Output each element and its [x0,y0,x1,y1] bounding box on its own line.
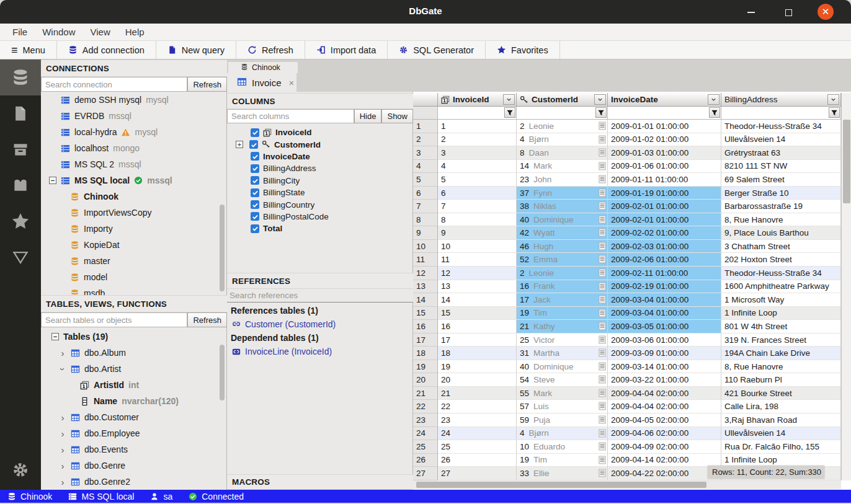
rail-history-icon[interactable] [0,167,41,203]
table-row[interactable]: 12122Leonie2009-02-11 01:00:00Theodor-He… [413,267,841,280]
grid-cell[interactable]: 33Ellie [517,467,608,480]
connection-item[interactable]: model [41,269,227,285]
grid-cell[interactable]: 20 [438,373,517,387]
chevron-icon[interactable]: › [59,477,66,487]
menu-item-file[interactable]: File [6,25,33,38]
grid-cell[interactable]: 2009-01-06 01:00:00 [608,160,721,174]
grid-cell[interactable]: 3 Chatham Street [721,240,841,254]
grid-cell[interactable]: 6 [438,187,517,200]
menu-item-help[interactable]: Help [119,25,151,38]
grid-cell[interactable]: Berger Straße 10 [721,187,841,200]
grid-cell[interactable]: 31Martha [517,347,608,360]
connection-item[interactable]: msdb [41,285,227,295]
grid-cell[interactable]: 2009-03-22 01:00:00 [608,373,721,387]
chevron-icon[interactable]: › [59,461,66,471]
checkbox[interactable] [251,128,259,137]
row-number[interactable]: 22 [413,400,438,413]
grid-cell[interactable]: 25Victor [517,334,608,347]
grid-cell[interactable]: 26 [438,454,517,467]
grid-cell[interactable]: 37Fynn [517,187,608,200]
grid-cell[interactable]: 2009-04-04 02:00:00 [608,387,721,400]
status-chinook[interactable]: Chinook [7,492,52,502]
grid-cell[interactable]: 25 [438,440,517,454]
row-number[interactable]: 4 [413,160,438,174]
rail-favorites-icon[interactable] [0,203,41,239]
grid-header-CustomerId[interactable]: CustomerId [517,93,608,107]
table-row[interactable]: 111152Emma2009-02-06 01:00:00202 Hoxton … [413,253,841,267]
grid-cell[interactable]: 2009-03-04 01:00:00 [608,293,721,307]
grid-cell[interactable]: Rua Dr. Falcão Filho, 155 [721,440,841,454]
table-row[interactable]: 222257Luis2009-04-04 02:00:00Calle Lira,… [413,400,841,413]
table-row[interactable]: 338Daan2009-01-03 01:00:00Grétrystraat 6… [413,146,841,160]
show-button[interactable]: Show [381,109,413,123]
tree-item[interactable]: ›dbo.Genre [41,458,227,474]
close-button[interactable]: ✕ [818,4,834,20]
grid-cell[interactable]: 54Steve [517,373,608,387]
collapse-icon[interactable]: − [49,177,56,184]
grid-cell[interactable]: Theodor-Heuss-Straße 34 [721,267,841,280]
checkbox[interactable] [251,164,259,173]
lookup-icon[interactable] [599,389,606,399]
grid-hscroll-thumb[interactable] [416,482,706,488]
lookup-icon[interactable] [599,282,606,293]
grid-filter-BillingAddress[interactable] [721,107,841,120]
lookup-icon[interactable] [599,309,606,319]
grid-cell[interactable]: 7 [438,200,517,213]
tab-group-chinook[interactable]: Chinook [228,62,298,73]
table-row[interactable]: 7738Niklas2009-02-01 01:00:00Barbarossas… [413,200,841,213]
grid-cell[interactable]: 10Eduardo [517,440,608,454]
status-ms-sql-local[interactable]: MS SQL local [68,492,134,502]
grid-cell[interactable]: 2009-04-06 02:00:00 [608,427,721,441]
reference-link[interactable]: InvoiceLine (InvoiceId) [227,345,413,358]
lookup-icon[interactable] [599,135,606,146]
grid-cell[interactable]: 17Jack [517,293,608,307]
row-number[interactable]: 8 [413,213,438,227]
grid-cell[interactable]: 19 [438,360,517,374]
grid-cell[interactable]: 2Leonie [517,120,608,133]
row-number[interactable]: 12 [413,267,438,280]
grid-cell[interactable]: 110 Raeburn Pl [721,373,841,387]
grid-cell[interactable]: 55Mark [517,387,608,400]
grid-cell[interactable]: 15 [438,307,517,321]
grid-cell[interactable]: 23John [517,173,608,187]
toolbar-favorites-button[interactable]: Favorites [486,41,560,59]
grid-cell[interactable]: 9, Place Louis Barthou [721,226,841,240]
table-row[interactable]: 161621Kathy2009-03-05 01:00:00801 W 4th … [413,320,841,334]
grid-header-BillingAddress[interactable]: BillingAddress [721,93,841,107]
row-number[interactable]: 6 [413,187,438,200]
table-row[interactable]: 6637Fynn2009-01-19 01:00:00Berger Straße… [413,187,841,200]
tables-scrollbar[interactable] [220,345,225,400]
row-number[interactable]: 26 [413,454,438,467]
row-number[interactable]: 25 [413,440,438,454]
grid-cell[interactable]: 19Tim [517,307,608,321]
lookup-icon[interactable] [599,201,606,212]
collapse-icon[interactable]: − [51,333,59,340]
grid-cell[interactable]: 2009-02-01 01:00:00 [608,200,721,213]
checkbox[interactable] [251,224,259,233]
grid-cell[interactable]: 46Hugh [517,240,608,254]
grid-cell[interactable]: 8Daan [517,146,608,160]
grid-cell[interactable]: Barbarossastraße 19 [721,200,841,213]
maximize-button[interactable] [782,6,795,19]
lookup-icon[interactable] [599,348,606,359]
column-checkbox-row[interactable]: BillingAddress [227,162,413,174]
grid-cell[interactable]: 69 Salem Street [721,173,841,187]
connection-item[interactable]: demo SSH mysqlmysql [41,92,227,108]
tree-item[interactable]: ›dbo.Genre2 [41,474,227,490]
grid-cell[interactable]: 22 [438,400,517,413]
chevron-icon[interactable]: › [59,428,66,439]
grid-cell[interactable]: 52Emma [517,253,608,267]
grid-filter-CustomerId[interactable] [517,107,608,120]
column-checkbox-row[interactable]: BillingCity [227,175,413,187]
row-number[interactable]: 3 [413,146,438,160]
lookup-icon[interactable] [599,402,606,412]
lookup-icon[interactable] [599,415,606,426]
connection-item[interactable]: local-hydramysql [41,124,227,140]
connection-item[interactable]: KopieDat [41,237,227,253]
row-number[interactable]: 15 [413,307,438,321]
grid-cell[interactable]: 2009-01-02 01:00:00 [608,133,721,147]
grid-cell[interactable]: 18 [438,347,517,360]
lookup-icon[interactable] [599,429,606,440]
grid-cell[interactable]: 2009-04-04 02:00:00 [608,400,721,413]
row-number[interactable]: 17 [413,334,438,347]
